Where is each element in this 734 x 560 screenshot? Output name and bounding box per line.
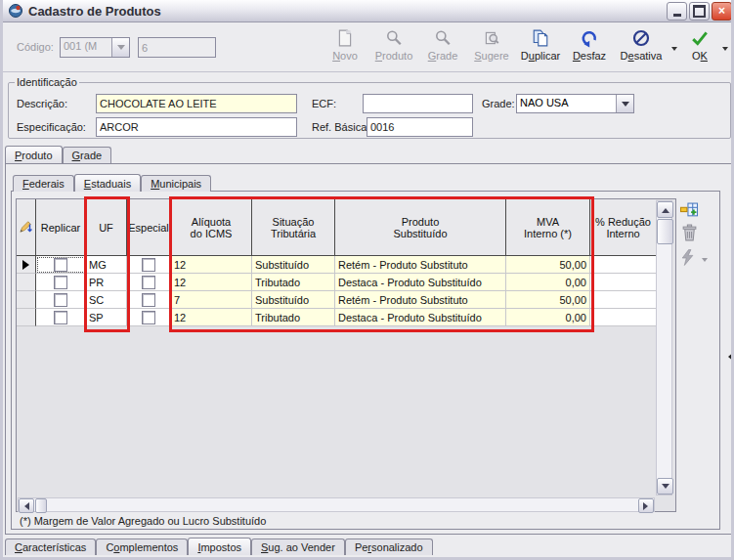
add-record-button[interactable] [679, 202, 699, 223]
replicar-checkbox[interactable] [54, 276, 67, 289]
uf-cell[interactable]: SC [86, 291, 127, 309]
replicar-checkbox[interactable] [54, 258, 67, 272]
column-header-especial[interactable]: Especial [127, 199, 171, 256]
tab-personalizado[interactable]: Personalizado [345, 538, 433, 555]
uf-cell[interactable]: SP [86, 309, 127, 326]
grade-combobox[interactable]: NAO USA [516, 94, 634, 113]
ref-basica-field[interactable] [367, 117, 473, 137]
replicar-checkbox[interactable] [54, 311, 67, 324]
grid-vertical-scrollbar[interactable] [656, 200, 672, 495]
especial-cell[interactable] [127, 256, 171, 274]
vertical-scroll-thumb[interactable] [657, 219, 673, 244]
close-button[interactable]: × [712, 2, 732, 21]
tab-impostos[interactable]: Impostos [188, 538, 251, 555]
especial-checkbox[interactable] [142, 276, 155, 289]
table-row[interactable]: SP 12 Tributado Destaca - Produto Substi… [17, 309, 675, 326]
table-row[interactable]: MG 12 Substituído Retém - Produto Substi… [17, 256, 675, 274]
tab-municipais[interactable]: Municipais [141, 175, 211, 192]
column-header-replicar[interactable]: Replicar [36, 199, 86, 256]
tab-estaduais[interactable]: Estaduais [74, 174, 141, 192]
replicar-checkbox[interactable] [54, 293, 67, 307]
codigo-number-field[interactable] [138, 37, 216, 58]
maximize-button[interactable] [689, 2, 710, 21]
novo-button[interactable]: Novo [321, 25, 369, 70]
especial-cell[interactable] [127, 274, 171, 291]
duplicar-button[interactable]: Duplicar [516, 25, 565, 70]
uf-cell[interactable]: PR [86, 274, 127, 291]
scroll-right-button[interactable] [638, 498, 654, 513]
desativa-dropdown-button[interactable] [669, 25, 680, 68]
arrow-down-icon [662, 484, 669, 493]
reducao-cell[interactable] [590, 274, 656, 291]
replicar-cell[interactable] [36, 256, 86, 274]
situacao-cell[interactable]: Tributado [252, 309, 335, 326]
mva-cell[interactable]: 0,00 [506, 274, 590, 291]
aliquota-cell[interactable]: 12 [171, 309, 252, 326]
replicar-cell[interactable] [36, 291, 86, 309]
scroll-down-button[interactable] [657, 478, 673, 495]
mva-cell[interactable]: 50,00 [506, 256, 590, 274]
uf-cell[interactable]: MG [86, 256, 127, 274]
desfaz-button[interactable]: Desfaz [565, 25, 614, 70]
magnifier-doc-icon [483, 27, 500, 49]
codigo-combobox[interactable]: 001 (M [60, 37, 130, 58]
horizontal-scroll-thumb[interactable] [35, 498, 47, 513]
delete-record-button[interactable] [681, 224, 698, 246]
especial-cell[interactable] [127, 291, 171, 309]
situacao-cell[interactable]: Tributado [252, 274, 335, 291]
desativa-button[interactable]: Desativa [614, 25, 669, 70]
especial-checkbox[interactable] [142, 311, 155, 324]
ok-button[interactable]: OK [680, 25, 719, 70]
column-header-mva[interactable]: MVAInterno (*) [506, 199, 590, 256]
grade-button[interactable]: Grade [418, 25, 467, 70]
column-header-uf[interactable]: UF [86, 199, 127, 256]
replicar-cell[interactable] [36, 274, 86, 291]
mva-cell[interactable]: 50,00 [506, 291, 590, 309]
produto-button[interactable]: Produto [369, 25, 418, 70]
situacao-cell[interactable]: Substituído [252, 291, 335, 309]
produto-substituido-cell[interactable]: Destaca - Produto Substituído [335, 274, 506, 291]
table-row[interactable]: SC 7 Substituído Retém - Produto Substit… [17, 291, 675, 309]
aliquota-cell[interactable]: 7 [171, 291, 252, 309]
grade-combobox-button[interactable] [616, 95, 633, 112]
produto-substituido-cell[interactable]: Retém - Produto Substituto [335, 256, 506, 274]
column-header-produto-substituido[interactable]: ProdutoSubstituído [335, 199, 506, 256]
ok-dropdown-button[interactable] [719, 25, 731, 68]
tab-produto[interactable]: Produto [5, 146, 63, 163]
reducao-cell[interactable] [590, 291, 656, 309]
aliquota-cell[interactable]: 12 [171, 274, 252, 291]
produto-substituido-cell[interactable]: Retém - Produto Substituto [335, 291, 506, 309]
execute-button[interactable] [679, 249, 708, 270]
especial-cell[interactable] [127, 309, 171, 326]
grid-horizontal-scrollbar[interactable] [18, 497, 655, 512]
especificacao-field[interactable] [96, 117, 297, 137]
descricao-field[interactable] [96, 94, 297, 113]
codigo-combobox-button[interactable] [111, 38, 129, 57]
especial-checkbox[interactable] [142, 258, 155, 272]
titlebar[interactable]: Cadastro de Produtos × [3, 0, 734, 22]
reducao-cell[interactable] [590, 256, 656, 274]
grid-corner-cell[interactable] [17, 199, 36, 256]
tab-sug-ao-vender[interactable]: Sug. ao Vender [251, 538, 345, 555]
aliquota-cell[interactable]: 12 [171, 256, 252, 274]
collapse-panel-button[interactable] [723, 352, 734, 362]
table-row[interactable]: PR 12 Tributado Destaca - Produto Substi… [17, 274, 675, 291]
tab-complementos[interactable]: Complementos [96, 538, 188, 555]
scroll-up-button[interactable] [657, 201, 673, 218]
column-header-situacao[interactable]: SituaçãoTributária [252, 199, 335, 256]
column-header-aliquota[interactable]: Alíquotado ICMS [171, 199, 252, 256]
situacao-cell[interactable]: Substituído [252, 256, 335, 274]
produto-substituido-cell[interactable]: Destaca - Produto Substituído [335, 309, 506, 326]
sugere-button[interactable]: Sugere [467, 25, 516, 70]
scroll-left-button[interactable] [19, 498, 34, 513]
minimize-button[interactable] [667, 2, 687, 21]
mva-cell[interactable]: 0,00 [506, 309, 590, 326]
tab-federais[interactable]: Federais [13, 175, 74, 192]
especial-checkbox[interactable] [142, 293, 155, 307]
column-header-reducao[interactable]: % ReduçãoInterno [590, 199, 656, 256]
reducao-cell[interactable] [590, 309, 656, 326]
tab-grade[interactable]: Grade [63, 147, 112, 163]
tab-caracteristicas[interactable]: Características [5, 538, 96, 555]
replicar-cell[interactable] [36, 309, 86, 326]
ecf-field[interactable] [363, 94, 473, 113]
